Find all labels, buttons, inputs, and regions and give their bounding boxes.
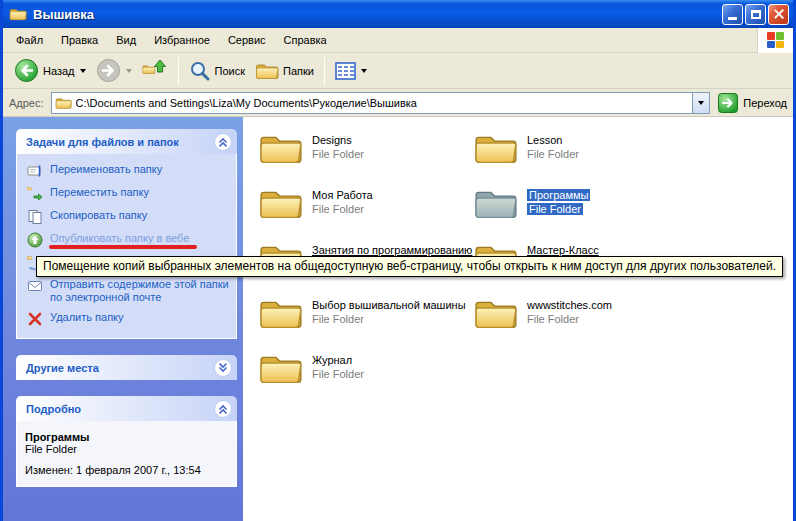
task-label: Переименовать папку [50,163,162,176]
menu-help[interactable]: Справка [275,30,336,50]
tasks-panel-title: Задачи для файлов и папок [26,136,179,148]
details-title: Подробно [26,403,81,415]
up-folder-icon [142,59,168,83]
forward-button[interactable] [91,55,137,86]
task-rename-folder[interactable]: Переименовать папку [27,163,230,179]
other-places-header[interactable]: Другие места [16,355,237,380]
folder-name: Lesson [527,134,562,146]
details-header[interactable]: Подробно [16,396,237,421]
details-body: Программы File Folder Изменен: 1 февраля… [16,421,237,487]
details-panel: Подробно Программы File Folder Изменен: … [16,396,237,487]
dropdown-arrow-icon [698,101,704,105]
address-label: Адрес: [9,97,44,109]
menu-tools[interactable]: Сервис [219,30,275,50]
task-move-folder[interactable]: Переместить папку [27,186,230,202]
annotation-red-underline [49,245,197,249]
windows-flag-icon [767,32,785,48]
folder-icon [258,350,303,387]
go-label: Переход [743,97,787,109]
folder-name: wwwstitches.com [527,299,612,311]
address-dropdown[interactable] [692,93,709,113]
explorer-window: Вышивка Файл Правка Вид Избранное Сервис… [0,0,796,521]
task-copy-folder[interactable]: Скопировать папку [27,209,230,225]
chevron-up-icon [216,402,230,416]
go-icon [718,93,738,113]
title-bar: Вышивка [3,0,793,28]
views-icon [335,62,356,80]
up-button[interactable] [137,56,173,86]
chevron-up-icon [216,135,230,149]
search-button[interactable]: Поиск [184,57,250,85]
file-list: Designs File Folder Lesson File Folder М… [243,117,793,521]
tasks-panel-header[interactable]: Задачи для файлов и папок [16,129,237,154]
folder-type: File Folder [527,313,579,325]
task-label: Опубликовать папку в вебе [50,232,189,245]
task-label: Переместить папку [50,186,149,199]
menu-favorites[interactable]: Избранное [145,30,219,50]
menu-file[interactable]: Файл [7,30,52,50]
folder-type: File Folder [527,148,579,160]
move-folder-icon [27,186,43,202]
folder-icon [473,295,518,332]
publish-web-icon [27,232,43,248]
views-dropdown-icon[interactable] [361,69,367,73]
main-area: Задачи для файлов и папок Переименовать … [3,117,793,521]
task-publish-folder[interactable]: Опубликовать папку в вебе [27,232,230,248]
other-places-title: Другие места [26,362,99,374]
folder-name: Designs [312,134,352,146]
folder-tile-designs[interactable]: Designs File Folder [258,130,473,185]
folder-tile-lesson[interactable]: Lesson File Folder [473,130,688,185]
folder-name: Выбор вышивальной машины [312,299,466,311]
expand-button[interactable] [214,359,232,377]
maximize-icon [751,10,761,19]
folder-tile-moya-rabota[interactable]: Моя Работа File Folder [258,185,473,240]
back-label: Назад [43,65,75,77]
collapse-button[interactable] [214,400,232,418]
folder-type: File Folder [312,203,364,215]
delete-icon [27,311,43,327]
search-label: Поиск [215,65,245,77]
back-icon [14,58,39,83]
details-item-type: File Folder [25,443,228,455]
folder-icon [258,130,303,167]
address-input[interactable] [76,97,693,109]
folders-button[interactable]: Папки [250,58,319,84]
other-places-panel: Другие места [16,355,237,380]
task-delete-folder[interactable]: Удалить папку [27,311,230,327]
tooltip: Помещение копий выбранных элементов на о… [36,256,783,277]
folder-name: Мастер-Класс [527,244,599,256]
minimize-icon [728,17,737,20]
menu-edit[interactable]: Правка [52,30,107,50]
task-pane: Задачи для файлов и папок Переименовать … [3,117,243,521]
folder-tile-zhurnal[interactable]: Журнал File Folder [258,350,473,405]
folder-tile-wwwstitches[interactable]: wwwstitches.com File Folder [473,295,688,350]
minimize-button[interactable] [722,4,743,25]
forward-icon [96,58,121,83]
folder-icon-selected [473,185,518,222]
collapse-button[interactable] [214,133,232,151]
copy-icon [27,209,43,225]
toolbar-separator [324,57,325,85]
menu-bar: Файл Правка Вид Избранное Сервис Справка [3,28,793,53]
standard-toolbar: Назад Поиск Папки [3,53,793,89]
forward-dropdown-icon[interactable] [126,69,132,73]
go-button[interactable]: Переход [718,93,787,113]
rename-icon [27,163,43,179]
folder-tile-vybor-mashiny[interactable]: Выбор вышивальной машины File Folder [258,295,473,350]
windows-logo [757,28,793,53]
chevron-down-icon [216,361,230,375]
task-label: Отправить содержимое этой папки по элект… [50,278,230,304]
task-email-folder[interactable]: Отправить содержимое этой папки по элект… [27,278,230,304]
back-dropdown-icon[interactable] [80,69,86,73]
close-button[interactable] [768,4,789,25]
details-item-name: Программы [25,431,228,443]
folder-icon [258,185,303,222]
toolbar-separator [178,57,179,85]
maximize-button[interactable] [745,4,766,25]
window-title: Вышивка [33,7,720,22]
back-button[interactable]: Назад [9,55,91,86]
address-bar: Адрес: Переход [3,89,793,117]
views-button[interactable] [330,59,372,83]
menu-view[interactable]: Вид [107,30,145,50]
folder-tile-programmy[interactable]: Программы File Folder [473,185,688,240]
